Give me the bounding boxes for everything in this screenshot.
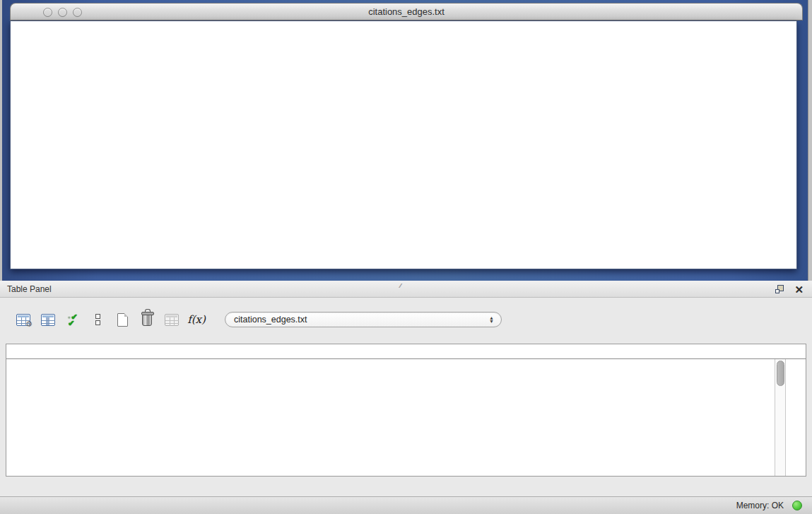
- window-title: citations_edges.txt: [11, 6, 802, 17]
- minimize-window-icon[interactable]: [58, 8, 67, 17]
- citation-network-graph[interactable]: [11, 21, 798, 270]
- combo-stepper-icon: ▲▼: [489, 316, 501, 323]
- table-panel: Table Panel ⁄⁄ ✕ ⚙ ✔✔ f(x) citations_edg…: [0, 281, 812, 496]
- table-toolbar: ⚙ ✔✔ f(x) citations_edges.txt ▲▼: [0, 298, 812, 341]
- function-builder-icon[interactable]: f(x): [187, 311, 206, 328]
- memory-ok-indicator: [792, 501, 802, 510]
- app-left-edge: [0, 0, 2, 281]
- memory-status-label: Memory: OK: [736, 501, 784, 510]
- table-mode-icon[interactable]: ⚙: [14, 311, 33, 328]
- import-table-icon[interactable]: [163, 311, 181, 328]
- table-scrollbar[interactable]: [775, 359, 786, 477]
- app-right-edge: [808, 0, 812, 281]
- create-column-icon[interactable]: [113, 311, 131, 328]
- close-window-icon[interactable]: [43, 8, 52, 17]
- divider-grip-icon[interactable]: ⁄⁄: [400, 282, 401, 289]
- close-icon[interactable]: ✕: [794, 284, 804, 295]
- show-columns-icon[interactable]: [39, 311, 57, 328]
- scrollbar-thumb[interactable]: [777, 361, 784, 386]
- table-selector-value: citations_edges.txt: [225, 315, 489, 325]
- network-desktop: citations_edges.txt: [0, 0, 812, 281]
- select-columns-icon[interactable]: ✔✔: [64, 311, 82, 328]
- network-view-canvas[interactable]: [10, 21, 797, 269]
- status-bar: Memory: OK: [0, 496, 812, 514]
- network-window-titlebar[interactable]: citations_edges.txt: [10, 3, 803, 21]
- gear-icon: ⚙: [25, 320, 33, 329]
- table-selector-dropdown[interactable]: citations_edges.txt ▲▼: [225, 312, 502, 327]
- table-header-row: [6, 344, 806, 359]
- row-height-icon[interactable]: [88, 311, 107, 328]
- delete-column-icon[interactable]: [138, 311, 156, 328]
- float-window-icon[interactable]: [775, 285, 784, 294]
- node-table: [6, 344, 806, 477]
- table-panel-header[interactable]: Table Panel ⁄⁄ ✕: [0, 281, 812, 298]
- cytoscape-app: citations_edges.txt Table Panel ⁄⁄ ✕ ⚙ ✔…: [0, 0, 812, 514]
- table-panel-title: Table Panel: [0, 284, 52, 294]
- window-controls: [43, 8, 82, 17]
- zoom-window-icon[interactable]: [73, 8, 82, 17]
